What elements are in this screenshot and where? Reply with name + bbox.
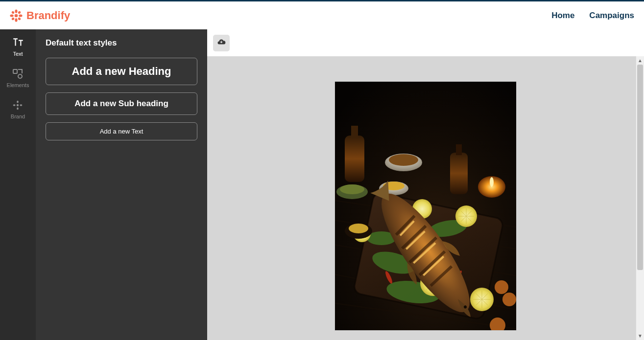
svg-point-12 xyxy=(17,101,19,103)
scroll-up-button[interactable]: ▲ xyxy=(636,56,644,65)
scroll-down-button[interactable]: ▼ xyxy=(636,332,644,340)
flower-icon xyxy=(11,99,24,112)
svg-point-13 xyxy=(17,107,19,110)
shapes-icon xyxy=(11,68,24,80)
svg-rect-24 xyxy=(450,153,468,194)
svg-rect-25 xyxy=(456,144,462,155)
nav-home[interactable]: Home xyxy=(551,11,574,21)
brand-name: Brandify xyxy=(26,9,70,22)
add-subheading-button[interactable]: Add a new Sub heading xyxy=(46,92,197,115)
canvas-stage[interactable] xyxy=(207,56,644,340)
rail-item-text[interactable]: Text xyxy=(12,36,24,57)
svg-point-2 xyxy=(15,18,17,22)
svg-rect-22 xyxy=(345,136,364,182)
download-button[interactable] xyxy=(213,35,230,51)
app-header: Brandify Home Campaigns xyxy=(0,0,644,29)
brand-logo[interactable]: Brandify xyxy=(10,9,70,22)
vertical-scrollbar[interactable]: ▲ ▼ xyxy=(636,56,644,340)
svg-rect-23 xyxy=(351,126,358,138)
svg-point-5 xyxy=(11,10,15,14)
canvas-area: ▲ ▼ xyxy=(207,29,644,340)
svg-point-15 xyxy=(20,104,23,106)
rail-item-elements[interactable]: Elements xyxy=(7,68,29,88)
svg-point-11 xyxy=(17,104,19,106)
svg-point-27 xyxy=(389,154,418,166)
download-cloud-icon xyxy=(217,38,226,48)
svg-point-60 xyxy=(349,224,368,233)
svg-point-0 xyxy=(15,14,18,17)
add-text-button[interactable]: Add a new Text xyxy=(46,122,197,140)
rail-label-elements: Elements xyxy=(7,82,29,88)
canvas-stage-wrap: ▲ ▼ xyxy=(207,56,644,340)
side-rail: Text Elements Br xyxy=(0,29,36,340)
canvas-image[interactable] xyxy=(335,82,516,330)
add-heading-button[interactable]: Add a new Heading xyxy=(46,58,197,85)
svg-point-4 xyxy=(19,14,22,17)
svg-point-61 xyxy=(495,280,508,294)
svg-point-8 xyxy=(18,17,21,20)
rail-label-brand: Brand xyxy=(11,113,25,119)
svg-point-29 xyxy=(340,184,364,194)
panel-title: Default text styles xyxy=(46,38,197,48)
svg-point-1 xyxy=(15,9,17,13)
header-nav: Home Campaigns xyxy=(551,11,634,21)
svg-point-62 xyxy=(502,293,516,306)
svg-point-10 xyxy=(18,74,22,78)
svg-rect-9 xyxy=(13,69,17,73)
text-panel: Default text styles Add a new Heading Ad… xyxy=(36,29,207,340)
rail-label-text: Text xyxy=(13,51,23,57)
svg-point-33 xyxy=(490,177,494,187)
scroll-thumb[interactable] xyxy=(637,65,643,270)
svg-point-14 xyxy=(13,104,16,106)
workspace: Text Elements Br xyxy=(0,29,644,340)
text-icon xyxy=(12,36,24,49)
rail-item-brand[interactable]: Brand xyxy=(11,99,25,119)
svg-point-6 xyxy=(18,10,21,14)
canvas-toolbar xyxy=(207,29,644,56)
brand-logo-icon xyxy=(10,9,23,22)
svg-point-3 xyxy=(10,14,13,17)
svg-point-7 xyxy=(11,17,15,20)
nav-campaigns[interactable]: Campaigns xyxy=(589,11,634,21)
